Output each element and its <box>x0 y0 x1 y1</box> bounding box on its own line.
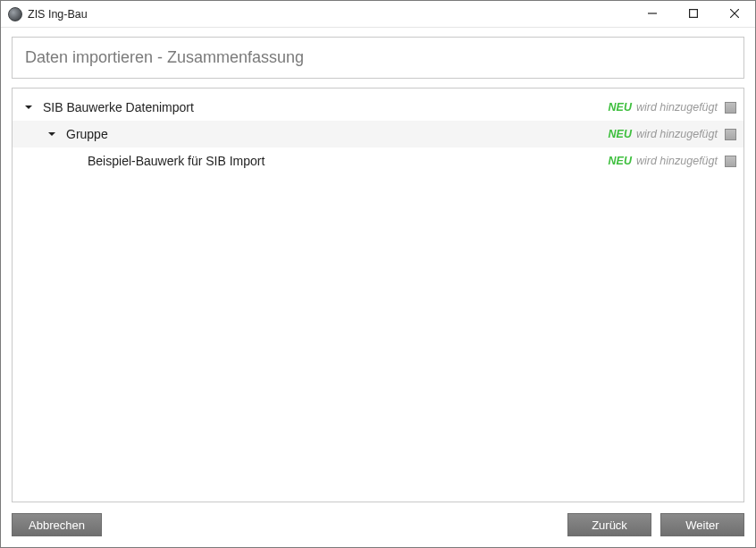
chevron-down-icon[interactable] <box>21 100 36 114</box>
status-new-label: NEU <box>609 155 632 167</box>
close-icon <box>730 7 739 21</box>
button-label: Weiter <box>685 518 718 532</box>
tree-row[interactable]: Gruppe NEU wird hinzugefügt <box>13 121 743 148</box>
maximize-button[interactable] <box>673 1 714 27</box>
back-button[interactable]: Zurück <box>567 513 651 536</box>
tree-row-status: NEU wird hinzugefügt <box>609 128 736 140</box>
tree-row-label: SIB Bauwerke Datenimport <box>43 100 194 114</box>
button-label: Abbrechen <box>29 518 85 532</box>
tree-row-status: NEU wird hinzugefügt <box>609 155 736 167</box>
status-new-label: NEU <box>609 101 632 114</box>
status-desc-label: wird hinzugefügt <box>636 128 718 140</box>
tree-row-label: Gruppe <box>66 127 108 141</box>
cancel-button[interactable]: Abbrechen <box>12 513 102 536</box>
page-title-panel: Daten importieren - Zusammenfassung <box>12 37 744 79</box>
tree-row[interactable]: SIB Bauwerke Datenimport NEU wird hinzug… <box>13 94 743 121</box>
button-label: Zurück <box>592 518 627 532</box>
status-checkbox[interactable] <box>725 102 736 114</box>
status-desc-label: wird hinzugefügt <box>636 155 718 167</box>
tree-row-status: NEU wird hinzugefügt <box>609 101 736 114</box>
status-new-label: NEU <box>609 128 632 140</box>
content-area: Daten importieren - Zusammenfassung SIB … <box>1 28 755 502</box>
status-checkbox[interactable] <box>725 156 736 167</box>
maximize-icon <box>689 7 698 21</box>
app-icon <box>8 7 22 21</box>
minimize-icon <box>648 7 657 21</box>
footer-bar: Abbrechen Zurück Weiter <box>1 502 755 547</box>
minimize-button[interactable] <box>632 1 673 27</box>
tree-row-label: Beispiel-Bauwerk für SIB Import <box>88 154 265 168</box>
titlebar: ZIS Ing-Bau <box>1 1 755 28</box>
window-title: ZIS Ing-Bau <box>28 8 88 21</box>
chevron-down-icon[interactable] <box>45 127 59 141</box>
page-title: Daten importieren - Zusammenfassung <box>25 48 304 66</box>
app-window: ZIS Ing-Bau Daten importieren - Zusammen… <box>0 0 756 548</box>
tree-row[interactable]: Beispiel-Bauwerk für SIB Import NEU wird… <box>13 148 743 174</box>
tree-panel: SIB Bauwerke Datenimport NEU wird hinzug… <box>12 88 744 502</box>
status-desc-label: wird hinzugefügt <box>636 101 718 114</box>
status-checkbox[interactable] <box>725 129 736 140</box>
close-button[interactable] <box>714 1 755 27</box>
svg-rect-0 <box>690 10 698 18</box>
next-button[interactable]: Weiter <box>660 513 744 536</box>
